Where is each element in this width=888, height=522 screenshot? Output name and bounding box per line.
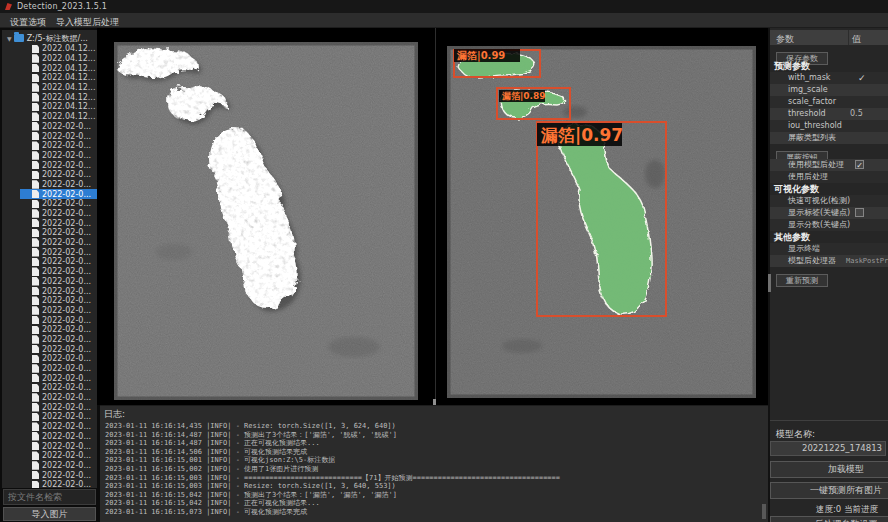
tree-item-label: 2022-02-0...	[42, 132, 91, 141]
tree-item[interactable]: 2022-02-0...	[20, 354, 97, 364]
tree-item[interactable]: 2022-02-0...	[20, 247, 97, 257]
tree-item-label: 2022.04.12...	[42, 83, 95, 92]
tree-item[interactable]: 2022-02-0...	[20, 383, 97, 393]
param-section-header: 预测参数	[770, 60, 888, 72]
tree-item[interactable]: 2022-02-0...	[20, 160, 97, 170]
tree-item-label: 2022.04.12...	[42, 102, 95, 111]
tree-item[interactable]: 2022-02-0...	[20, 267, 97, 277]
file-icon	[32, 209, 39, 218]
param-row[interactable]: iou_threshold	[770, 120, 888, 132]
file-icon	[32, 461, 39, 470]
checkbox[interactable]: ✓	[855, 160, 864, 169]
tree-item[interactable]: 2022-02-0...	[20, 218, 97, 228]
log-line: 2023-01-11 16:16:15,002 |INFO| - 使用了1张图片…	[105, 465, 560, 474]
tree-item[interactable]: 2022-02-0...	[20, 199, 97, 209]
param-row[interactable]: 快速可视化(检测)	[770, 195, 888, 207]
tree-item[interactable]: 2022-02-0...	[20, 402, 97, 412]
file-icon	[32, 180, 39, 189]
tree-item[interactable]: 2022-02-0...	[20, 141, 97, 151]
log-scrollbar[interactable]	[762, 504, 766, 519]
tree-item-label: 2022-02-0...	[42, 412, 91, 421]
tree-item[interactable]: 2022-02-0...	[20, 373, 97, 383]
tree-item-label: 2022-02-0...	[42, 190, 91, 199]
tree-item[interactable]: 2022-02-0...	[20, 277, 97, 287]
tree-item[interactable]: 2022.04.12...	[20, 83, 97, 93]
menu-item-settings[interactable]: 设置选项	[6, 14, 50, 31]
tree-item[interactable]: 2022-02-0...	[20, 228, 97, 238]
detection-label-1: 漏箔|0.99	[456, 50, 505, 62]
param-row[interactable]: 屏蔽类型列表	[770, 132, 888, 144]
tree-item-label: 2022-02-0...	[42, 461, 91, 470]
tree-item[interactable]: 2022-02-0...	[20, 170, 97, 180]
param-row[interactable]: 显示分数(关键点)	[770, 219, 888, 231]
tree-item[interactable]: 2022.04.12...	[20, 44, 97, 54]
tree-item[interactable]: 2022-02-0...	[20, 451, 97, 461]
tree-item[interactable]: 2022-02-0...	[20, 257, 97, 267]
tree-item[interactable]: 2022-02-0...	[20, 422, 97, 432]
expander-icon[interactable]: ▼	[7, 35, 12, 42]
tree-item[interactable]: 2022-02-0...	[20, 315, 97, 325]
tree-item[interactable]: 2022-02-0...	[20, 412, 97, 422]
tree-item[interactable]: 2022-02-0...	[20, 393, 97, 403]
tree-item-label: 2022-02-0...	[42, 364, 91, 373]
param-scrollbar[interactable]	[768, 274, 771, 292]
tree-item[interactable]: 2022.04.12...	[20, 54, 97, 64]
file-icon	[32, 335, 39, 344]
tree-item[interactable]: 2022-02-0...	[20, 180, 97, 190]
tree-item[interactable]: 2022-02-0...	[20, 325, 97, 335]
model-name-field[interactable]: 20221225_174813	[770, 441, 886, 456]
tree-item[interactable]: 2022-02-0...	[20, 122, 97, 132]
param-row[interactable]: 模型后处理器MaskPostPro	[770, 255, 888, 267]
param-row[interactable]: 显示标签(关键点)	[770, 207, 888, 219]
tree-item[interactable]: 2022-02-0...	[20, 441, 97, 451]
param-button[interactable]: 重新预测	[776, 274, 828, 287]
tree-item[interactable]: 2022-02-0...	[20, 151, 97, 161]
param-row[interactable]: scale_factor	[770, 96, 888, 108]
tree-item[interactable]: 2022-02-0...	[20, 189, 97, 199]
tree-item[interactable]: 2022-02-0...	[20, 364, 97, 374]
tree-item[interactable]: 2022-02-0...	[20, 286, 97, 296]
tree-item[interactable]: 2022.04.12...	[20, 102, 97, 112]
tree-item[interactable]: 2022.04.12...	[20, 92, 97, 102]
viewer-divider	[435, 28, 436, 403]
load-model-button[interactable]: 加载模型	[770, 461, 888, 478]
log-panel: 日志: 2023-01-11 16:16:14,435 |INFO| - Res…	[100, 405, 768, 522]
postprocess-settings-button[interactable]: 后处理参数设置	[770, 516, 888, 522]
tree-item[interactable]: 2022-02-0...	[20, 238, 97, 248]
tree-item[interactable]: 2022-02-0...	[20, 209, 97, 219]
tree-item-label: 2022-02-0...	[42, 422, 91, 431]
tree-root[interactable]: ▼ Z:/5-标注数据/...	[2, 32, 97, 44]
checkbox[interactable]	[855, 208, 864, 217]
param-row[interactable]: 使用模型后处理✓	[770, 159, 888, 171]
tree-item[interactable]: 2022.04.12...	[20, 112, 97, 122]
tree-item[interactable]: 2022-02-0...	[20, 296, 97, 306]
tree-item[interactable]: 2022.04.12...	[20, 73, 97, 83]
predict-all-button[interactable]: 一键预测所有图片	[770, 482, 888, 499]
import-images-button[interactable]: 导入图片	[3, 507, 96, 521]
param-label: 显示终端	[788, 244, 820, 253]
param-row[interactable]: img_scale	[770, 84, 888, 96]
tree-item[interactable]: 2022-02-0...	[20, 131, 97, 141]
tree-item[interactable]: 2022-02-0...	[20, 461, 97, 471]
right-image-viewer[interactable]: 漏箔|0.99 漏箔|0.89 漏箔|0.97	[447, 46, 756, 398]
tree-root-label: Z:/5-标注数据/...	[27, 33, 88, 44]
tree-item[interactable]: 2022-02-0...	[20, 432, 97, 442]
param-row[interactable]: 使用后处理	[770, 171, 888, 183]
filename-search-input[interactable]	[3, 489, 96, 505]
tree-item[interactable]: 2022.04.12...	[20, 63, 97, 73]
left-image-viewer[interactable]	[114, 42, 418, 400]
tree-item[interactable]: 2022-02-0...	[20, 344, 97, 354]
file-icon	[32, 64, 39, 73]
tree-item-label: 2022-02-0...	[42, 209, 91, 218]
file-icon	[32, 103, 39, 112]
tree-item-label: 2022-02-0...	[42, 122, 91, 131]
tree-item[interactable]: 2022-02-0...	[20, 306, 97, 316]
tree-item[interactable]: 2022-02-0...	[20, 335, 97, 345]
tree-item[interactable]: 2022-02-0...	[20, 480, 97, 488]
file-icon	[32, 200, 39, 209]
tree-item[interactable]: 2022-02-0...	[20, 470, 97, 480]
file-icon	[32, 287, 39, 296]
param-row[interactable]: with_mask✓	[770, 72, 888, 84]
param-row[interactable]: 显示终端	[770, 243, 888, 255]
param-row[interactable]: threshold0.5	[770, 108, 888, 120]
